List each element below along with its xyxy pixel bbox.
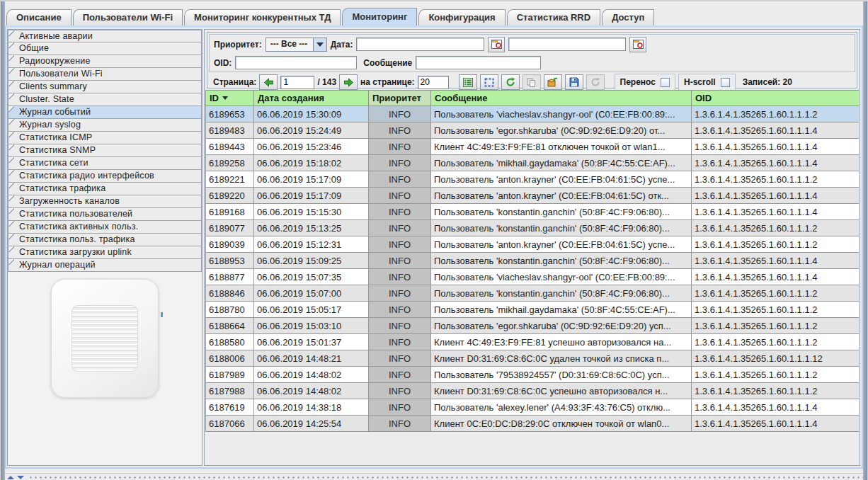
cell-date: 06.06.2019 15:07:35 <box>254 269 369 285</box>
splitter-handle[interactable] <box>28 476 865 479</box>
cell-message: Пользователь 'viacheslav.shangyr-ool' (C… <box>431 269 692 285</box>
sidebar-item[interactable]: Журнал событий <box>8 106 202 119</box>
sidebar-item[interactable]: Загруженность каналов <box>8 195 202 208</box>
priority-select[interactable]: --- Все --- <box>265 38 327 52</box>
bottom-splitter[interactable] <box>0 473 868 480</box>
export-button[interactable] <box>544 74 562 90</box>
page-prev-button[interactable] <box>259 74 278 90</box>
table-row[interactable]: 618884606.06.2019 15:07:00INFOПользовате… <box>206 285 860 302</box>
table-row[interactable]: 618925806.06.2019 15:18:02INFOПользовате… <box>206 155 860 171</box>
sidebar-item[interactable]: Статистика активных польз. <box>8 221 202 234</box>
date-from-input[interactable] <box>356 38 484 51</box>
column-header-oid[interactable]: OID <box>692 91 860 106</box>
tab-item[interactable]: Описание <box>6 9 72 25</box>
cell-priority: INFO <box>369 204 431 220</box>
column-header-date[interactable]: Дата создания <box>254 91 369 106</box>
green-arrow-left-icon <box>263 78 274 87</box>
table-row[interactable]: 618866406.06.2019 15:03:10INFOПользовате… <box>206 318 860 334</box>
table-row[interactable]: 618761906.06.2019 14:38:18INFOПользовате… <box>206 399 860 416</box>
cell-message: Пользователь 'alexey.lener' (A4:93:3F:43… <box>431 399 692 416</box>
table-row[interactable]: 618903906.06.2019 15:12:31INFOПользовате… <box>206 236 860 253</box>
tab-item[interactable]: Статистика RRD <box>507 9 600 25</box>
split-expand-up-icon[interactable] <box>7 476 14 479</box>
sidebar-item[interactable]: Общие <box>8 42 202 55</box>
tab-item[interactable]: Мониторинг <box>342 8 417 25</box>
per-page-label: на странице: <box>360 77 414 87</box>
page-next-button[interactable] <box>339 74 358 90</box>
column-list-button[interactable] <box>459 74 477 90</box>
sidebar-item[interactable]: Активные аварии <box>8 30 202 42</box>
sidebar-item[interactable]: Радиоокружение <box>8 55 202 68</box>
sidebar-item[interactable]: Статистика трафика <box>8 183 202 195</box>
sidebar-item[interactable]: Статистика радио интерфейсов <box>8 170 202 183</box>
table-row[interactable]: 618916806.06.2019 15:15:30INFOПользовате… <box>206 204 860 220</box>
table-row[interactable]: 618965306.06.2019 15:30:09INFOПользовате… <box>206 106 860 122</box>
per-page-input[interactable] <box>418 76 449 89</box>
wrap-label: Перенос <box>620 77 656 87</box>
cell-message: Пользователь 'egor.shkaruba' (0C:9D:92:6… <box>431 318 692 334</box>
sidebar-item[interactable]: Статистика сети <box>8 157 202 170</box>
date-to-input[interactable] <box>508 38 626 51</box>
cell-id: 6187988 <box>206 383 254 399</box>
sidebar-item[interactable]: Cluster. State <box>8 93 202 106</box>
oid-input[interactable] <box>235 56 357 69</box>
message-input[interactable] <box>416 56 541 69</box>
sidebar-item[interactable]: Журнал операций <box>8 259 202 272</box>
records-count-label: Записей: 20 <box>743 77 792 87</box>
refresh-button[interactable] <box>501 74 520 90</box>
cell-id: 6188580 <box>206 334 254 350</box>
sidebar-item[interactable]: Статистика ICMP <box>8 132 202 144</box>
sidebar-item[interactable]: Пользователи Wi-Fi <box>8 68 202 81</box>
split-expand-down-icon[interactable] <box>17 476 24 479</box>
table-row[interactable]: 618922006.06.2019 15:17:09INFOПользовате… <box>206 188 860 204</box>
table-row[interactable]: 618858006.06.2019 15:01:37INFOКлиент 4C:… <box>206 334 860 350</box>
tab-item[interactable]: Пользователи Wi-Fi <box>73 9 183 25</box>
cell-oid: 1.3.6.1.4.1.35265.1.60.1.1.1.2 <box>692 302 860 318</box>
table-row[interactable]: 618798806.06.2019 14:48:02INFOКлиент D0:… <box>206 383 860 399</box>
date-from-calendar-button[interactable] <box>488 37 505 52</box>
table-row[interactable]: 618800606.06.2019 14:48:21INFOКлиент D0:… <box>206 350 860 367</box>
cell-message: Пользователь 'egor.shkaruba' (0C:9D:92:6… <box>431 122 692 139</box>
save-button[interactable] <box>565 74 583 90</box>
wrap-checkbox[interactable] <box>661 78 670 87</box>
wrap-checkbox-group: Перенос <box>615 74 675 91</box>
copy-button[interactable] <box>522 74 541 90</box>
page-input[interactable] <box>280 76 314 89</box>
table-row[interactable]: 618907706.06.2019 15:13:25INFOПользовате… <box>206 220 860 236</box>
tab-item[interactable]: Доступ <box>602 9 654 25</box>
column-header-message[interactable]: Сообщение <box>431 91 692 106</box>
cell-id: 6189443 <box>206 139 254 155</box>
tab-item[interactable]: Конфигурация <box>418 9 505 25</box>
date-to-calendar-button[interactable] <box>629 37 646 52</box>
column-header-id[interactable]: ID <box>206 91 254 106</box>
cell-oid: 1.3.6.1.4.1.35265.1.60.1.1.1.4 <box>692 122 860 139</box>
cell-priority: INFO <box>369 318 431 334</box>
table-row[interactable]: 618922106.06.2019 15:17:09INFOПользовате… <box>206 171 860 188</box>
cell-id: 6188953 <box>206 253 254 269</box>
selection-mode-button[interactable] <box>480 74 498 90</box>
cell-priority: INFO <box>369 367 431 383</box>
cell-message: Пользователь 'konstantin.ganchin' (50:8F… <box>431 285 692 302</box>
cell-oid: 1.3.6.1.4.1.35265.1.60.1.1.1.4 <box>692 188 860 204</box>
sidebar-item[interactable]: Статистика SNMP <box>8 144 202 157</box>
sidebar-item[interactable]: Статистика пользователей <box>8 208 202 221</box>
column-header-priority[interactable]: Приоритет <box>369 91 431 106</box>
sidebar-item[interactable]: Журнал syslog <box>8 119 202 132</box>
cell-priority: INFO <box>369 302 431 318</box>
table-row[interactable]: 618895306.06.2019 15:09:25INFOПользовате… <box>206 253 860 269</box>
table-row[interactable]: 618887706.06.2019 15:07:35INFOПользовате… <box>206 269 860 285</box>
hscroll-checkbox[interactable] <box>721 78 730 87</box>
sidebar-item[interactable]: Статистика загрузки uplink <box>8 246 202 259</box>
table-row[interactable]: 618878006.06.2019 15:05:17INFOПользовате… <box>206 302 860 318</box>
save-floppy-icon <box>569 77 579 87</box>
tab-item[interactable]: Мониторинг конкурентных ТД <box>184 9 341 25</box>
refresh-secondary-button[interactable] <box>586 74 605 90</box>
green-arrow-right-icon <box>343 78 354 87</box>
table-row[interactable]: 618948306.06.2019 15:24:49INFOПользовате… <box>206 122 860 139</box>
chevron-down-icon[interactable] <box>313 38 326 51</box>
sidebar-item[interactable]: Статистика польз. трафика <box>8 234 202 246</box>
sidebar-item[interactable]: Clients summary <box>8 81 202 93</box>
table-row[interactable]: 618706606.06.2019 14:25:54INFOКлиент 0C:… <box>206 416 860 432</box>
table-row[interactable]: 618798906.06.2019 14:48:02INFOПользовате… <box>206 367 860 383</box>
table-row[interactable]: 618944306.06.2019 15:23:46INFOКлиент 4C:… <box>206 139 860 155</box>
